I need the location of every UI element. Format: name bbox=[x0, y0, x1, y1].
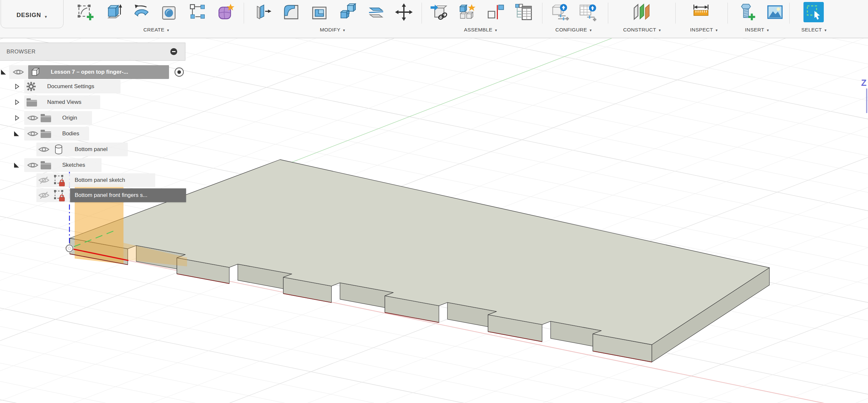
extrude-icon[interactable] bbox=[103, 2, 123, 22]
toolbar-separator bbox=[244, 3, 244, 24]
expand-arrow-icon[interactable] bbox=[15, 115, 19, 121]
insert-fastener-icon[interactable] bbox=[737, 2, 757, 22]
browser-item-sketches[interactable]: Sketches bbox=[0, 158, 196, 172]
toolbar-group-configure bbox=[550, 2, 598, 22]
toolbar-group-create bbox=[75, 2, 236, 22]
chevron-down-icon: ▼ bbox=[658, 29, 661, 32]
visibility-eye-icon[interactable] bbox=[27, 130, 39, 137]
menu-assemble[interactable]: ASSEMBLE▼ bbox=[464, 27, 498, 33]
browser-title: BROWSER bbox=[6, 49, 170, 55]
shell-icon[interactable] bbox=[309, 2, 330, 22]
select-icon[interactable] bbox=[804, 2, 824, 22]
hole-icon[interactable] bbox=[159, 2, 180, 22]
chevron-down-icon: ▼ bbox=[44, 15, 48, 19]
viewcube[interactable]: Z bbox=[861, 78, 867, 113]
item-label: Lesson 7 – open top finger-... bbox=[51, 65, 128, 79]
toolbar-group-assemble bbox=[429, 2, 534, 22]
move-copy-icon[interactable] bbox=[394, 2, 414, 22]
component-icon bbox=[30, 67, 41, 77]
revolve-icon[interactable] bbox=[131, 2, 152, 22]
press-pull-icon[interactable] bbox=[253, 2, 273, 22]
viewcube-z-label: Z bbox=[861, 78, 867, 88]
canvas-icon[interactable] bbox=[765, 2, 785, 22]
toolbar-group-construct bbox=[631, 2, 652, 22]
visibility-eye-icon[interactable] bbox=[27, 161, 39, 169]
fusion360-design-workspace: { "toolbar": { "workspace_label": "DESIG… bbox=[0, 0, 868, 403]
chevron-down-icon: ▼ bbox=[715, 29, 718, 32]
expand-arrow-icon[interactable] bbox=[15, 100, 19, 105]
folder-icon bbox=[26, 97, 38, 107]
menu-create[interactable]: CREATE▼ bbox=[144, 27, 170, 33]
new-component-icon[interactable] bbox=[457, 2, 477, 22]
workspace-label: DESIGN bbox=[17, 12, 41, 19]
visibility-eye-off-icon[interactable] bbox=[38, 176, 50, 184]
visibility-eye-off-icon[interactable] bbox=[38, 191, 50, 199]
browser-item-bodies[interactable]: Bodies bbox=[0, 127, 196, 141]
joint-icon[interactable] bbox=[485, 2, 505, 22]
item-label: Bottom panel bbox=[75, 143, 107, 156]
visibility-eye-icon[interactable] bbox=[27, 114, 39, 122]
configuration-table-icon[interactable] bbox=[578, 2, 598, 22]
toolbar-separator bbox=[422, 3, 422, 24]
collapse-arrow-icon[interactable] bbox=[14, 131, 19, 136]
visibility-eye-icon[interactable] bbox=[38, 146, 50, 153]
browser-item-lesson-7-open-top-finger[interactable]: Lesson 7 – open top finger-... bbox=[0, 65, 196, 79]
body-icon bbox=[54, 144, 63, 155]
origin-handle[interactable] bbox=[65, 244, 74, 253]
collapse-arrow-icon[interactable] bbox=[1, 69, 6, 75]
toolbar-separator bbox=[675, 3, 676, 24]
toolbar-group-insert bbox=[737, 2, 785, 22]
main-toolbar: DESIGN▼CREATE▼MODIFY▼ASSEMBLE▼CONFIGURE▼… bbox=[0, 0, 868, 38]
chevron-down-icon: ▼ bbox=[766, 29, 769, 32]
expand-arrow-icon[interactable] bbox=[15, 84, 19, 89]
create-sketch-icon[interactable] bbox=[75, 2, 95, 22]
bom-icon[interactable] bbox=[513, 2, 534, 22]
folder-icon bbox=[40, 113, 52, 123]
chevron-down-icon: ▼ bbox=[166, 29, 170, 32]
collapse-browser-icon[interactable] bbox=[170, 48, 177, 55]
browser-item-bottom-panel[interactable]: Bottom panel bbox=[0, 143, 196, 156]
toolbar-group-modify bbox=[253, 2, 414, 22]
menu-configure[interactable]: CONFIGURE▼ bbox=[556, 27, 592, 33]
combine-icon[interactable] bbox=[337, 2, 358, 22]
browser-item-named-views[interactable]: Named Views bbox=[0, 95, 196, 109]
toolbar-separator bbox=[727, 3, 728, 24]
activate-component-radio[interactable] bbox=[174, 67, 184, 77]
menu-inspect[interactable]: INSPECT▼ bbox=[690, 27, 718, 33]
browser-item-bottom-panel-front-fingers-s[interactable]: Bottom panel front fingers s... bbox=[0, 188, 196, 202]
item-label: Sketches bbox=[62, 158, 85, 172]
item-label: Bottom panel sketch bbox=[75, 173, 125, 187]
item-label: Bodies bbox=[62, 127, 79, 141]
settings-icon bbox=[26, 82, 36, 91]
split-body-icon[interactable] bbox=[366, 2, 386, 22]
visibility-eye-icon[interactable] bbox=[12, 68, 24, 76]
browser-item-document-settings[interactable]: Document Settings bbox=[0, 80, 196, 93]
measure-icon[interactable] bbox=[691, 2, 711, 22]
rectangular-pattern-icon[interactable] bbox=[188, 2, 208, 22]
toolbar-separator bbox=[542, 3, 542, 24]
sketch-icon bbox=[53, 189, 66, 202]
menu-modify[interactable]: MODIFY▼ bbox=[320, 27, 346, 33]
toolbar-separator bbox=[608, 3, 608, 24]
create-form-icon[interactable] bbox=[216, 2, 236, 22]
fillet-icon[interactable] bbox=[281, 2, 301, 22]
menu-select[interactable]: SELECT▼ bbox=[801, 27, 827, 33]
workspace-switcher[interactable]: DESIGN▼ bbox=[1, 0, 64, 28]
item-label: Document Settings bbox=[47, 80, 94, 93]
browser-header: BROWSER bbox=[0, 42, 185, 61]
item-label: Bottom panel front fingers s... bbox=[75, 188, 147, 202]
offset-plane-icon[interactable] bbox=[631, 2, 652, 22]
toolbar-group-inspect bbox=[691, 2, 711, 22]
menu-insert[interactable]: INSERT▼ bbox=[745, 27, 769, 33]
toolbar-group-select bbox=[804, 2, 824, 22]
browser-item-bottom-panel-sketch[interactable]: Bottom panel sketch bbox=[0, 173, 196, 187]
insert-derive-icon[interactable] bbox=[429, 2, 449, 22]
chevron-down-icon: ▼ bbox=[589, 29, 592, 32]
item-label: Named Views bbox=[47, 95, 82, 109]
toolbar-separator bbox=[789, 3, 790, 24]
menu-construct[interactable]: CONSTRUCT▼ bbox=[623, 27, 661, 33]
chevron-down-icon: ▼ bbox=[494, 29, 498, 32]
collapse-arrow-icon[interactable] bbox=[14, 162, 19, 168]
configure-icon[interactable] bbox=[550, 2, 570, 22]
browser-item-origin[interactable]: Origin bbox=[0, 111, 196, 125]
